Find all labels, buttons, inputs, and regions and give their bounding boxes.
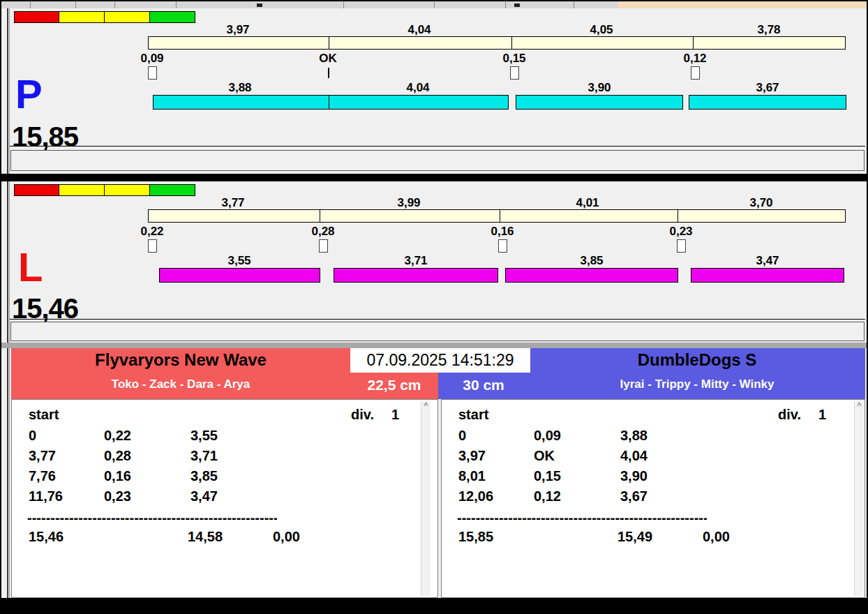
table-cell: 0,22 [104,428,131,444]
left-team-dogs: Toko - Zack - Dara - Arya [11,377,350,391]
scroll-up-icon[interactable]: ^ [855,402,864,410]
l-upper-split-2: 3,99 [367,196,451,210]
table-cell: 3,55 [190,428,218,444]
p-upper-split-3: 4,05 [560,23,643,37]
table-cell: 3,67 [620,488,648,504]
toolbar-separator [75,1,76,8]
l-upper-split-4: 3,70 [719,196,803,210]
total-time: 15,46 [29,529,63,545]
left-jump-height: 22,5 cm [350,377,438,394]
toolbar-tan-area [618,1,867,8]
p-reaction-1: 0,09 [110,52,194,66]
p-reaction-2: OK [286,52,370,66]
pass-checkbox[interactable] [148,66,157,80]
p-upper-bar [148,36,846,50]
toolbar-icon [257,3,262,7]
penalty: 0,00 [273,529,300,545]
div-value: 1 [818,407,826,423]
section-divider [1,343,867,348]
scrollbar-right[interactable]: ^ [854,401,864,596]
table-cell: 7,76 [29,468,56,484]
p-split-bar-2 [516,95,683,110]
window-frame-line [9,8,10,598]
table-cell: 0,28 [104,448,131,464]
bar-divider [329,96,329,109]
pass-checkbox[interactable] [691,66,700,80]
pass-checkbox[interactable] [319,239,328,253]
table-cell: 11,76 [29,488,63,504]
table-cell: 3,77 [29,448,56,464]
app-window: 3,97 4,04 4,05 3,78 0,09 OK 0,15 0,12 3,… [0,0,868,614]
section-divider [1,174,867,181]
table-cell: 3,85 [190,468,218,484]
table-cell: 3,88 [620,428,648,444]
l-status-strip [10,322,865,341]
sum-splits: 14,58 [188,529,223,545]
scroll-up-icon[interactable]: ^ [421,402,431,410]
toolbar-strip[interactable] [1,1,867,8]
start-light-red [14,11,59,23]
lane-l-total-time: 15,46 [12,293,78,324]
l-upper-bar [148,209,846,223]
table-separator: ----------------------------------------… [457,510,707,526]
left-results-table: start div. 1 0 0,22 3,55 3,77 0,28 3,71 … [11,399,438,598]
table-cell: 0 [29,428,36,444]
bar-divider [320,210,320,222]
bar-divider [511,37,512,49]
divider-line [10,319,865,320]
toolbar-separator [343,1,344,8]
scrollbar-left[interactable]: ^ [421,401,431,596]
l-lower-split-1: 3,55 [197,254,281,268]
start-light-yellow1 [59,184,105,196]
l-lower-split-2: 3,71 [374,254,458,268]
p-upper-split-4: 3,78 [727,23,811,37]
pass-checkbox[interactable] [510,66,519,80]
right-team-name: DumbleDogs S [529,350,865,370]
p-lower-split-1: 3,88 [198,81,282,95]
p-status-strip [10,150,865,171]
start-lights-l [14,184,195,196]
l-reaction-2: 0,28 [281,225,365,239]
l-upper-split-3: 4,01 [546,196,629,210]
start-light-red [14,184,59,196]
lane-p-total-time: 15,85 [12,121,78,153]
table-cell: 0,09 [534,428,561,444]
left-team-name: Flyvaryors New Wave [11,350,350,370]
penalty: 0,00 [703,529,730,545]
total-time: 15,85 [458,529,493,545]
p-lower-split-2: 4,04 [376,81,460,95]
table-cell: 0,16 [104,468,131,484]
div-value: 1 [391,407,399,423]
table-cell: 0,15 [534,468,561,484]
right-team-dogs: Iyrai - Trippy - Mitty - Winky [529,377,865,391]
lane-p-letter: P [15,74,43,114]
table-cell: 12,06 [458,488,493,504]
start-light-yellow2 [105,11,150,23]
l-upper-split-1: 3,77 [191,196,275,210]
table-cell: OK [534,448,555,464]
p-split-bar-3 [689,95,846,110]
lane-l-letter: L [18,247,43,287]
start-light-yellow2 [105,184,150,196]
ok-tick-mark [328,68,329,78]
start-light-green [150,184,195,196]
table-cell: 0,23 [104,488,131,504]
bar-divider [678,210,678,222]
table-cell: 3,90 [620,468,648,484]
div-label: div. [351,407,374,423]
l-reaction-3: 0,16 [461,225,544,239]
pass-checkbox[interactable] [677,239,686,253]
p-lower-split-4: 3,67 [726,81,809,95]
table-cell: 0,12 [534,488,561,504]
divider-line [10,146,865,147]
start-light-green [150,11,195,23]
toolbar-separator [30,1,31,8]
p-lower-split-3: 3,90 [558,81,641,95]
table-cell: 3,71 [190,448,218,464]
l-split-bar-2 [334,268,498,283]
pass-checkbox[interactable] [148,239,157,253]
l-lower-split-4: 3,47 [726,254,809,268]
pass-checkbox[interactable] [498,239,507,253]
div-label: div. [778,407,801,423]
toolbar-icon [514,3,520,7]
